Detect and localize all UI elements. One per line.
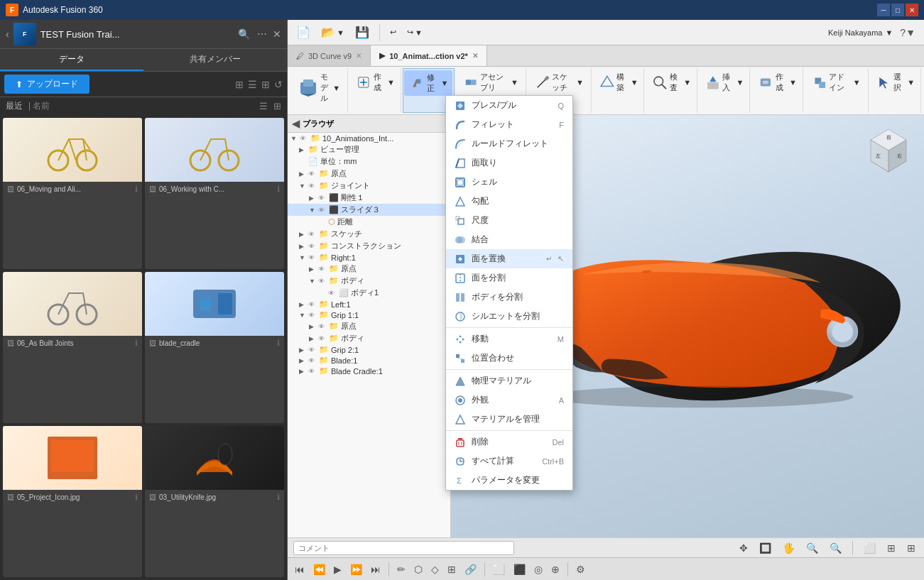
create-dropdown[interactable]: 作成 ▼: [351, 70, 399, 95]
zoom-out-button[interactable]: 🔍: [827, 541, 844, 555]
play-forward-button[interactable]: ⏩: [347, 562, 365, 576]
timeline-tool1[interactable]: ✏: [394, 562, 408, 576]
timeline-tool3[interactable]: ◇: [428, 562, 442, 576]
grid2-button[interactable]: ⊞: [904, 541, 918, 555]
info-button[interactable]: ℹ: [277, 185, 280, 194]
tree-item[interactable]: ▶ 👁 📁 Grip 2:1: [288, 344, 450, 355]
panel-close-button[interactable]: ✕: [273, 28, 281, 40]
tree-item[interactable]: ▶ 👁 📁 原点: [288, 168, 450, 180]
add-button[interactable]: ⊞: [235, 79, 244, 90]
play-start-button[interactable]: ⏮: [292, 562, 308, 576]
tab-close-button[interactable]: ✕: [472, 52, 478, 60]
menu-item-combine[interactable]: 結合: [446, 230, 572, 249]
tab-members[interactable]: 共有メンバー: [143, 49, 287, 71]
comment-input[interactable]: [293, 541, 514, 555]
menu-item-replace-face[interactable]: 面を置換 ↵ ↖: [446, 249, 572, 268]
menu-item-fillet[interactable]: フィレット F: [446, 115, 572, 134]
timeline-tool5[interactable]: 🔗: [462, 562, 479, 576]
info-button[interactable]: ℹ: [277, 493, 280, 502]
tree-item[interactable]: ▶ 📁 ビュー管理: [288, 143, 450, 155]
menu-item-press-pull[interactable]: プレス/プル Q: [446, 96, 572, 115]
sketch-dropdown[interactable]: スケッチ ▼: [531, 70, 588, 95]
maximize-button[interactable]: □: [891, 4, 904, 16]
redo-button[interactable]: ↪ ▼: [403, 26, 427, 39]
tree-item[interactable]: ▶ 👁 ⬛ 剛性１: [288, 192, 450, 204]
refresh-button[interactable]: ↺: [274, 79, 283, 90]
list-item[interactable]: 🖼 06_As Built Joints ℹ: [3, 272, 142, 423]
grid-button[interactable]: ⊞: [884, 541, 898, 555]
play-button[interactable]: ▶: [331, 562, 344, 576]
list-item[interactable]: 🖼 03_UtilityKnife.jpg ℹ: [145, 426, 284, 577]
undo-button[interactable]: ↩: [386, 26, 401, 39]
menu-item-align[interactable]: 位置合わせ: [446, 349, 572, 368]
help-button[interactable]: ?▼: [896, 26, 920, 40]
new-button[interactable]: 📄: [292, 23, 315, 41]
tab-animation[interactable]: ▶ 10_Animat...ction v2* ✕: [371, 45, 487, 66]
tree-item[interactable]: ▼ 👁 📁 ボディ: [288, 275, 450, 287]
menu-item-split-face[interactable]: 面を分割: [446, 268, 572, 288]
tab-data[interactable]: データ: [0, 49, 143, 71]
menu-item-delete[interactable]: 削除 Del: [446, 432, 572, 452]
list-item[interactable]: 🖼 blade_cradle ℹ: [145, 272, 284, 423]
tree-item[interactable]: ▶ 👁 📁 原点: [288, 263, 450, 275]
menu-item-ruled-fillet[interactable]: ルールドフィレット: [446, 134, 572, 153]
back-button[interactable]: ‹: [6, 28, 9, 40]
tree-item-selected[interactable]: ▼ 👁 ⬛ スライダ３: [288, 204, 450, 216]
upload-button[interactable]: ⬆ アップロード: [4, 75, 89, 94]
grid-toggle[interactable]: ⊞: [273, 101, 281, 111]
tree-item[interactable]: ▶ 👁 📁 Blade:1: [288, 355, 450, 366]
info-button[interactable]: ℹ: [135, 493, 138, 502]
menu-item-split-body[interactable]: ボディを分割: [446, 288, 572, 307]
menu-item-compute-all[interactable]: すべて計算 Ctrl+B: [446, 452, 572, 471]
close-button[interactable]: ✕: [906, 4, 918, 16]
list-view-button[interactable]: ☰: [248, 79, 257, 90]
tree-item-root[interactable]: ▼ 👁 📁 10_Animations_Int...: [288, 133, 450, 143]
menu-item-appearance[interactable]: 外観 A: [446, 390, 572, 410]
timeline-tool8[interactable]: ◎: [531, 562, 545, 576]
timeline-tool7[interactable]: ⬛: [511, 562, 528, 576]
menu-item-chamfer[interactable]: 面取り: [446, 153, 572, 173]
make-dropdown[interactable]: 作成 ▼: [753, 70, 801, 95]
timeline-tool6[interactable]: ⬜: [490, 562, 508, 576]
minimize-button[interactable]: ─: [877, 4, 890, 16]
tree-item[interactable]: 👁 ⬜ ボディ1: [288, 287, 450, 299]
view-cube[interactable]: 前 左 右: [860, 122, 917, 179]
list-item[interactable]: 🖼 06_Working with C... ℹ: [145, 118, 284, 269]
list-item[interactable]: 🖼 05_Project_Icon.jpg ℹ: [3, 426, 142, 577]
tree-item[interactable]: ▶ 👁 📁 スケッチ: [288, 228, 450, 240]
timeline-tool2[interactable]: ⬡: [411, 562, 425, 576]
timeline-tool9[interactable]: ⊕: [548, 562, 562, 576]
info-button[interactable]: ℹ: [135, 185, 138, 194]
tree-item[interactable]: ▶ 👁 📁 Left:1: [288, 299, 450, 310]
inspect-dropdown[interactable]: 検査 ▼: [647, 70, 695, 95]
menu-item-draft[interactable]: 勾配: [446, 192, 572, 211]
tab-3dcurve[interactable]: 🖊 3D Curve v9 ✕: [288, 45, 371, 66]
panel-menu-button[interactable]: ⋯: [256, 27, 268, 41]
tree-item[interactable]: ▼ 👁 📁 Grip 1:1: [288, 310, 450, 320]
menu-item-move[interactable]: 移動 M: [446, 329, 572, 349]
save-button[interactable]: 💾: [351, 23, 374, 41]
browser-nav-button[interactable]: ◀: [292, 118, 300, 129]
info-button[interactable]: ℹ: [135, 339, 138, 348]
menu-item-silhouette-split[interactable]: シルエットを分割: [446, 307, 572, 326]
open-button[interactable]: 📂 ▼: [317, 23, 349, 41]
modify-dropdown[interactable]: 修正 ▼: [404, 70, 452, 96]
zoom-button[interactable]: 🔲: [756, 541, 774, 555]
tree-item[interactable]: ▶ 👁 📁 原点: [288, 320, 450, 332]
grid-view-button[interactable]: ⊞: [261, 79, 270, 90]
view-mode-button[interactable]: ⬜: [861, 541, 879, 555]
menu-item-shell[interactable]: シェル: [446, 173, 572, 192]
menu-item-manage-materials[interactable]: マテリアルを管理: [446, 410, 572, 429]
insert-dropdown[interactable]: 挿入 ▼: [700, 70, 749, 95]
timeline-tool4[interactable]: ⊞: [445, 562, 459, 576]
user-info[interactable]: Keiji Nakayama ▼: [828, 28, 893, 37]
tree-item[interactable]: 📄 単位：mm: [288, 155, 450, 168]
orbit-button[interactable]: 🖐: [780, 541, 798, 555]
zoom-in-button[interactable]: 🔍: [803, 541, 821, 555]
menu-item-scale[interactable]: 尺度: [446, 211, 572, 230]
addins-dropdown[interactable]: アドイン ▼: [808, 70, 865, 95]
timeline-setting[interactable]: ⚙: [573, 562, 588, 576]
tree-item[interactable]: ▶ 👁 📁 コンストラクション: [288, 240, 450, 252]
info-button[interactable]: ℹ: [277, 339, 280, 348]
tree-item[interactable]: ▼ 👁 📁 Right:1: [288, 252, 450, 263]
